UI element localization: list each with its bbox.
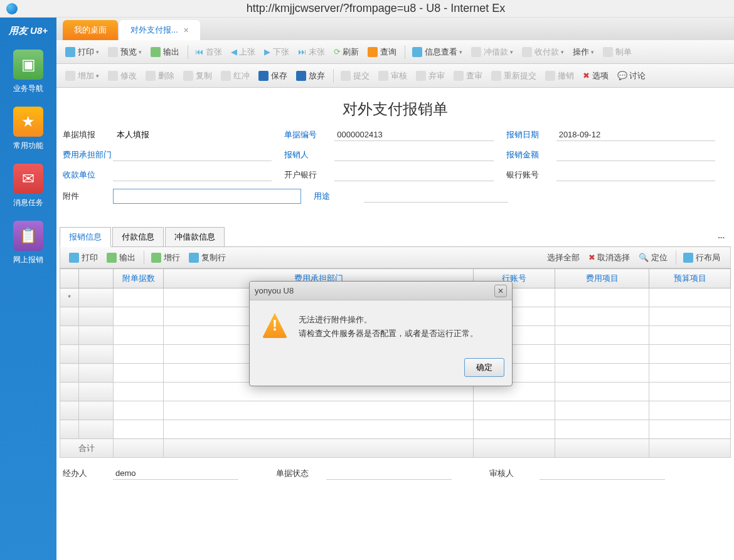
locate-button[interactable]: 🔍 定位 [635,250,671,265]
dialog-message: 无法进行附件操作。 请检查文件服务器是否配置，或者是否运行正常。 [299,313,499,341]
offset-button[interactable]: 冲借款▾ [467,45,517,60]
auditor-value [540,467,665,480]
refresh-button[interactable]: ⟳ 刷新 [330,45,363,60]
sub-tabs: 报销信息 付款信息 冲借款信息 ... [60,227,731,247]
reimburse-date-value[interactable]: 2018-09-12 [556,129,715,141]
bill-no-label: 单据编号 [284,129,334,140]
amount-value[interactable] [556,149,715,161]
audit-button[interactable]: 审核 [375,68,411,83]
attachment-label: 附件 [63,191,113,202]
sub-export-button[interactable]: 输出 [103,250,139,265]
mail-icon: ✉ [13,164,43,194]
table-header [60,269,79,288]
bank-value[interactable] [334,169,493,181]
payee-value[interactable] [113,169,272,181]
reimburser-label: 报销人 [284,149,334,161]
abandon-button[interactable]: 放弃 [292,68,329,83]
table-header[interactable]: 预算项目 [649,269,731,288]
sidebar-item-biznav[interactable]: ▣ 业务导航 [13,50,43,94]
sub-tab-offset-info[interactable]: 冲借款信息 [165,227,225,247]
sidebar-item-label: 网上报销 [13,255,43,265]
attachment-input[interactable] [113,189,301,204]
close-icon[interactable]: ✕ [183,26,189,34]
delete-button[interactable]: 删除 [142,68,178,83]
expense-dept-value[interactable] [113,149,272,161]
auditor-label: 审核人 [489,468,540,479]
review-button[interactable]: 查审 [450,68,486,83]
table-header[interactable]: 费用项目 [555,269,649,288]
preview-button[interactable]: 预览▾ [104,45,146,60]
tabs-bar: 我的桌面 对外支付报... ✕ [56,18,734,40]
dialog-title-bar: yonyou U8 ✕ [250,282,512,300]
copy-row-button[interactable]: 复制行 [185,250,230,265]
table-header[interactable]: 附单据数 [114,269,164,288]
table-sum-row: 合计 [60,439,731,458]
discuss-button[interactable]: 💬 讨论 [614,68,650,83]
print-button[interactable]: 打印▾ [61,45,103,60]
info-query-button[interactable]: 信息查看▾ [408,45,466,60]
tab-payment-reimburse[interactable]: 对外支付报... ✕ [119,20,200,40]
sidebar-item-label: 消息任务 [13,198,43,208]
operator-value[interactable]: demo [113,467,238,480]
modify-button[interactable]: 修改 [104,68,141,83]
revoke-button[interactable]: 撤销 [541,68,578,83]
sub-tab-reimburse-info[interactable]: 报销信息 [60,227,111,247]
add-button[interactable]: 增加▾ [61,68,103,83]
bill-fill-label: 单据填报 [63,129,113,140]
receive-pay-button[interactable]: 收付款▾ [518,45,568,60]
action-button[interactable]: 操作▾ [569,45,598,60]
dialog-ok-button[interactable]: 确定 [464,358,504,377]
sub-print-button[interactable]: 打印 [65,250,102,265]
tab-desktop[interactable]: 我的桌面 [63,20,118,40]
row-layout-button[interactable]: 行布局 [679,250,724,265]
clipboard-icon: 📋 [13,221,43,251]
more-dots-icon[interactable]: ... [711,227,731,246]
make-button[interactable]: 制单 [599,45,636,60]
purpose-value[interactable] [364,190,508,203]
payee-label: 收款单位 [63,169,113,181]
first-button[interactable]: ⏮ 首张 [191,45,226,60]
star-icon: ★ [13,107,43,137]
dialog-close-button[interactable]: ✕ [494,285,507,297]
red-button[interactable]: 红冲 [217,68,253,83]
query-button[interactable]: 查询 [364,45,400,60]
sub-toolbar: 打印 输出 增行 复制行 选择全部 ✖ 取消选择 🔍 定位 行布局 [60,247,731,268]
sidebar-item-common[interactable]: ★ 常用功能 [13,107,43,151]
option-button[interactable]: ✖ 选项 [579,68,612,83]
select-all-button[interactable]: 选择全部 [543,250,583,265]
sidebar-item-messages[interactable]: ✉ 消息任务 [13,164,43,208]
prev-button[interactable]: ◀ 上张 [227,45,260,60]
footer-row: 经办人 demo 单据状态 审核人 [56,458,734,489]
table-row[interactable] [60,401,731,420]
toolbar-row1: 打印▾ 预览▾ 输出 ⏮ 首张 ◀ 上张 ▶ 下张 ⏭ 末张 ⟳ 刷新 查询 信… [56,40,734,64]
export-button[interactable]: 输出 [147,45,183,60]
row-indicator: * [60,288,79,307]
bill-status-label: 单据状态 [276,468,326,479]
next-button[interactable]: ▶ 下张 [260,45,293,60]
biznav-icon: ▣ [13,50,43,80]
bill-no-value: 0000002413 [334,129,493,141]
copy-button[interactable]: 复制 [179,68,216,83]
form-area: 单据填报 本人填报 单据编号 0000002413 报销日期 2018-09-1… [56,125,734,214]
save-button[interactable]: 保存 [255,68,291,83]
add-row-button[interactable]: 增行 [147,250,184,265]
purpose-label: 用途 [314,191,364,202]
form-title: 对外支付报销单 [56,88,734,125]
account-value[interactable] [556,169,715,181]
table-row[interactable] [60,420,731,439]
sum-label: 合计 [60,439,114,458]
sidebar-item-online-reimburse[interactable]: 📋 网上报销 [13,221,43,265]
reimburser-value[interactable] [334,149,493,161]
cancel-select-button[interactable]: ✖ 取消选择 [585,250,634,265]
ie-icon [6,3,18,14]
sub-tab-payment-info[interactable]: 付款信息 [112,227,164,247]
warning-icon: ! [262,313,287,338]
browser-title: http://kmjjcwserver/?frompage=u8 - U8 - … [24,2,728,15]
resubmit-button[interactable]: 重新提交 [487,68,540,83]
toolbar-row2: 增加▾ 修改 删除 复制 红冲 保存 放弃 提交 审核 弃审 查审 重新提交 撤… [56,64,734,88]
table-header [79,269,114,288]
last-button[interactable]: ⏭ 末张 [294,45,329,60]
unaudit-button[interactable]: 弃审 [412,68,449,83]
browser-bar: http://kmjjcwserver/?frompage=u8 - U8 - … [0,0,734,18]
submit-button[interactable]: 提交 [337,68,373,83]
